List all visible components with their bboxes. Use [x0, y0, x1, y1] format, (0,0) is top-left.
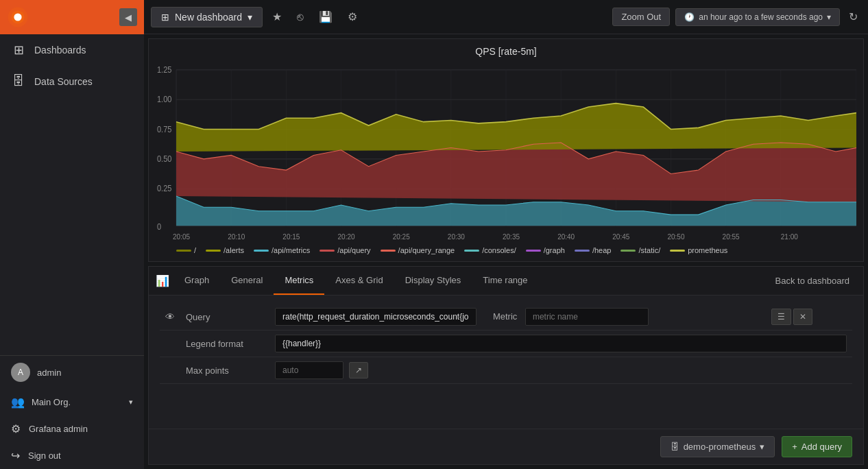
sidebar-collapse-btn[interactable]: ◀: [119, 8, 137, 26]
refresh-button[interactable]: ↻: [845, 7, 861, 27]
time-range-label: an hour ago to a few seconds ago: [699, 12, 823, 22]
chart-container: 1.25 1.00 0.75 0.50 0.25 0: [156, 62, 856, 241]
zoom-out-button[interactable]: Zoom Out: [612, 8, 670, 26]
datasource-label: demo-prometheus: [684, 442, 756, 452]
svg-text:20:50: 20:50: [667, 232, 684, 240]
time-range-selector[interactable]: 🕐 an hour ago to a few seconds ago ▾: [675, 8, 840, 26]
max-points-label-cell: Max points: [180, 357, 269, 384]
svg-point-2: [14, 13, 21, 21]
save-button[interactable]: 💾: [313, 6, 338, 27]
org-icon: 👥: [11, 396, 25, 409]
datasource-button[interactable]: 🗄 demo-prometheus ▾: [660, 436, 775, 457]
svg-text:20:35: 20:35: [503, 232, 520, 240]
tab-graph[interactable]: Graph: [173, 267, 220, 295]
query-form: 👁 Query Metric ☰ ✕: [160, 304, 852, 384]
sidebar-bottom: A admin 👥 Main Org. ▾ ⚙ Grafana admin ↪ …: [0, 355, 144, 469]
back-to-dashboard-btn[interactable]: Back to dashboard: [769, 267, 856, 294]
legend-item-root[interactable]: /: [176, 246, 196, 254]
sidebar-item-grafana-admin[interactable]: ⚙ Grafana admin: [0, 416, 144, 442]
svg-text:20:15: 20:15: [282, 232, 300, 240]
query-input[interactable]: [275, 308, 477, 326]
legend-item-api-query-range[interactable]: /api/query_range: [381, 246, 455, 254]
max-points-input[interactable]: [275, 361, 343, 379]
chart-svg: 1.25 1.00 0.75 0.50 0.25 0: [156, 62, 856, 241]
legend-item-api-metrics[interactable]: /api/metrics: [254, 246, 310, 254]
settings-button[interactable]: ⚙: [342, 6, 363, 27]
grafana-admin-label: Grafana admin: [29, 424, 88, 434]
sidebar-item-sign-out[interactable]: ↪ Sign out: [0, 442, 144, 469]
legend-item-prometheus[interactable]: prometheus: [670, 246, 727, 254]
sidebar-logo[interactable]: ◀: [0, 0, 144, 34]
toolbar-right: Zoom Out 🕐 an hour ago to a few seconds …: [612, 7, 861, 27]
add-query-label: Add query: [801, 442, 842, 452]
svg-text:20:25: 20:25: [393, 232, 410, 240]
legend-item-graph[interactable]: /graph: [526, 246, 565, 254]
toolbar: ⊞ New dashboard ▾ ★ ⎋ 💾 ⚙ Zoom Out 🕐 an …: [144, 0, 868, 34]
svg-marker-29: [176, 143, 856, 202]
chart-title: QPS [rate-5m]: [156, 46, 856, 57]
chevron-down-icon: ▾: [248, 12, 252, 23]
tab-time-range[interactable]: Time range: [472, 267, 538, 295]
dashboard-button[interactable]: ⊞ New dashboard ▾: [151, 7, 263, 27]
sign-out-icon: ↪: [11, 449, 20, 462]
metric-name-input[interactable]: [525, 308, 649, 326]
add-query-button[interactable]: + Add query: [782, 436, 852, 457]
tab-axes-grid[interactable]: Axes & Grid: [324, 267, 394, 295]
sidebar-item-org[interactable]: 👥 Main Org. ▾: [0, 389, 144, 416]
chevron-down-icon: ▾: [827, 12, 831, 22]
tabs-bar: 📊 Graph General Metrics Axes & Grid Disp…: [149, 267, 863, 296]
svg-text:20:45: 20:45: [612, 232, 629, 240]
resolve-btn[interactable]: ↗: [349, 362, 368, 378]
svg-text:20:20: 20:20: [338, 232, 355, 240]
dashboard-grid-icon: ⊞: [161, 12, 169, 23]
user-section: A admin: [0, 356, 144, 389]
query-label-cell: Query: [180, 304, 269, 330]
edit-panel: 📊 Graph General Metrics Axes & Grid Disp…: [148, 266, 864, 465]
svg-text:20:30: 20:30: [448, 232, 465, 240]
svg-text:0: 0: [157, 222, 161, 230]
svg-text:0.75: 0.75: [157, 125, 171, 133]
menu-icon-btn[interactable]: ☰: [771, 309, 791, 325]
star-button[interactable]: ★: [267, 6, 287, 27]
legend-row: Legend format: [160, 330, 852, 357]
dashboard-title: New dashboard: [175, 12, 242, 23]
main-content: ⊞ New dashboard ▾ ★ ⎋ 💾 ⚙ Zoom Out 🕐 an …: [144, 0, 868, 469]
tab-metrics[interactable]: Metrics: [274, 267, 324, 295]
legend-item-consoles[interactable]: /consoles/: [464, 246, 516, 254]
legend-item-static[interactable]: /static/: [620, 246, 660, 254]
svg-text:20:55: 20:55: [723, 232, 740, 240]
data-sources-icon: 🗄: [11, 74, 26, 88]
share-button[interactable]: ⎋: [291, 7, 309, 27]
svg-text:1.00: 1.00: [157, 95, 171, 104]
add-icon: +: [792, 442, 797, 452]
sidebar-dashboards-label: Dashboards: [34, 45, 86, 56]
sidebar: ◀ ⊞ Dashboards 🗄 Data Sources A admin 👥 …: [0, 0, 144, 469]
metric-label: Metric: [487, 311, 522, 322]
settings-icon: ⚙: [11, 422, 21, 435]
svg-text:0.50: 0.50: [157, 155, 171, 163]
tab-display-styles[interactable]: Display Styles: [394, 267, 472, 295]
visibility-icon: 👁: [165, 311, 175, 322]
sidebar-item-data-sources[interactable]: 🗄 Data Sources: [0, 66, 144, 97]
legend-format-input[interactable]: [275, 335, 847, 352]
datasource-icon: 🗄: [671, 442, 679, 452]
chevron-down-icon: ▾: [129, 398, 133, 407]
remove-query-btn[interactable]: ✕: [793, 309, 812, 325]
eye-cell: 👁: [160, 304, 180, 330]
sidebar-data-sources-label: Data Sources: [34, 76, 93, 87]
chart-legend: / /alerts /api/metrics /api/query /api/q…: [156, 246, 856, 254]
chevron-down-icon: ▾: [760, 442, 764, 452]
tab-general[interactable]: General: [220, 267, 274, 295]
org-label: Main Org.: [32, 397, 71, 407]
clock-icon: 🕐: [684, 12, 695, 22]
legend-item-heap[interactable]: /heap: [575, 246, 612, 254]
max-points-row: Max points ↗: [160, 357, 852, 384]
query-row: 👁 Query Metric ☰ ✕: [160, 304, 852, 330]
dashboards-icon: ⊞: [11, 43, 26, 58]
legend-label-cell: Legend format: [180, 330, 269, 357]
legend-item-alerts[interactable]: /alerts: [206, 246, 244, 254]
sidebar-item-dashboards[interactable]: ⊞ Dashboards: [0, 34, 144, 66]
svg-text:1.25: 1.25: [157, 66, 171, 74]
legend-item-api-query[interactable]: /api/query: [320, 246, 370, 254]
avatar: A: [11, 363, 30, 382]
